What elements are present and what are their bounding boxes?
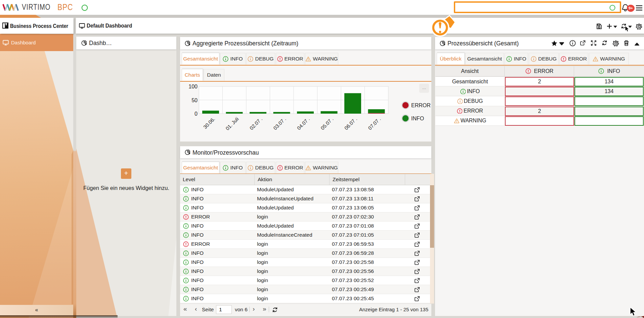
svg-text:06.07 .: 06.07 . <box>343 116 358 131</box>
svg-text:INFO: INFO <box>411 116 424 121</box>
svg-text:100: 100 <box>188 84 198 89</box>
svg-text:05.07 .: 05.07 . <box>319 116 334 131</box>
svg-text:02.07 .: 02.07 . <box>249 116 263 131</box>
svg-text:30.06.: 30.06. <box>202 116 216 130</box>
svg-text:50: 50 <box>191 97 198 103</box>
svg-text:03.07 .: 03.07 . <box>272 116 287 131</box>
svg-text:07.07 .: 07.07 . <box>367 116 382 131</box>
svg-text:0: 0 <box>195 111 198 117</box>
svg-text:04.07 .: 04.07 . <box>296 116 311 131</box>
svg-text:ERROR: ERROR <box>411 103 431 108</box>
svg-text:01. Juli: 01. Juli <box>224 116 240 131</box>
